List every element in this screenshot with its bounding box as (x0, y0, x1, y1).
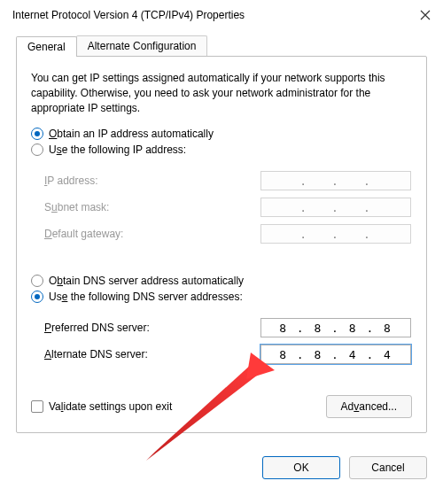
radio-ip-auto-label: Obtain an IP address automaticallyObtain… (49, 128, 214, 140)
ip-address-input: ... (260, 171, 411, 190)
tab-general[interactable]: General (16, 36, 77, 57)
dns-alternate-label: Alternate DNS server:Alternate DNS serve… (44, 348, 148, 361)
subnet-input: ... (260, 198, 411, 217)
radio-ip-auto[interactable]: Obtain an IP address automaticallyObtain… (31, 128, 412, 140)
window-title: Internet Protocol Version 4 (TCP/IPv4) P… (12, 9, 245, 21)
close-icon[interactable] (420, 10, 431, 20)
titlebar: Internet Protocol Version 4 (TCP/IPv4) P… (0, 0, 443, 30)
ip-address-label: IP address:IP address: (44, 174, 98, 187)
tab-panel-general: You can get IP settings assigned automat… (16, 56, 427, 433)
dns-fields-group: Preferred DNS server:Preferred DNS serve… (24, 306, 419, 381)
radio-ip-manual[interactable]: Use the following IP address:Use the fol… (31, 143, 412, 156)
tab-alternate[interactable]: Alternate Configuration (76, 35, 208, 56)
subnet-label: Subnet mask:Subnet mask: (44, 201, 109, 213)
gateway-input: ... (260, 224, 411, 244)
ip-fields-group: IP address:IP address: ... Subnet mask:S… (24, 159, 419, 260)
radio-icon (31, 143, 43, 156)
validate-checkbox[interactable]: Validate settings upon exitValidate sett… (31, 400, 172, 413)
radio-dns-auto-label: Obtain DNS server address automaticallyO… (49, 275, 244, 287)
tab-strip: General Alternate Configuration (16, 35, 427, 56)
dns-alternate-input[interactable]: 8 . 8 . 4 . 4 (260, 345, 411, 364)
dialog-footer: OK Cancel (0, 444, 443, 479)
radio-icon (31, 275, 43, 287)
dns-preferred-label: Preferred DNS server:Preferred DNS serve… (44, 322, 150, 334)
radio-dns-manual[interactable]: Use the following DNS server addresses:U… (31, 291, 412, 303)
dialog-content: General Alternate Configuration You can … (0, 35, 443, 444)
advanced-button[interactable]: Advanced...Advanced... (326, 395, 412, 418)
checkbox-icon (31, 400, 43, 413)
radio-ip-manual-label: Use the following IP address:Use the fol… (49, 143, 186, 156)
radio-dns-auto[interactable]: Obtain DNS server address automaticallyO… (31, 275, 412, 287)
radio-dns-manual-label: Use the following DNS server addresses:U… (49, 291, 243, 303)
radio-icon (31, 128, 43, 140)
dns-preferred-input[interactable]: 8 . 8 . 8 . 8 (260, 318, 411, 337)
validate-label: Validate settings upon exitValidate sett… (49, 400, 172, 413)
gateway-label: Default gateway:Default gateway: (44, 228, 123, 240)
ok-button[interactable]: OK (262, 456, 340, 479)
radio-icon (31, 291, 43, 303)
intro-text: You can get IP settings assigned automat… (31, 71, 412, 115)
cancel-button[interactable]: Cancel (349, 456, 427, 479)
